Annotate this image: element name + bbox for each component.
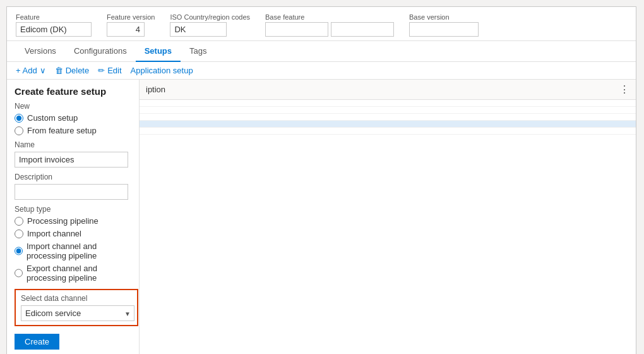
feature-version-field-group: Feature version [107,13,155,37]
radio-export-channel-processing-label: Export channel and processing pipeline [27,264,131,283]
radio-custom-setup[interactable]: Custom setup [15,113,131,123]
add-button[interactable]: + Add ∨ [16,66,46,75]
add-chevron-icon: ∨ [40,66,46,75]
new-section-label: New [15,102,131,111]
radio-import-channel[interactable]: Import channel [15,229,131,238]
tab-setups[interactable]: Setups [136,41,181,62]
description-column-header: iption [146,85,165,94]
table-row[interactable] [140,128,636,135]
delete-button[interactable]: 🗑 Delete [55,66,90,75]
edit-label: Edit [107,66,121,75]
table-header: iption ⋮ [140,80,636,100]
feature-version-input[interactable] [107,22,145,37]
create-feature-panel: Create feature setup New Custom setup Fr… [7,80,140,354]
description-input[interactable] [15,184,128,200]
radio-processing-pipeline[interactable]: Processing pipeline [15,216,131,226]
radio-import-channel-processing-input[interactable] [15,247,23,255]
name-label: Name [15,140,131,149]
new-radio-group: Custom setup From feature setup [15,113,131,135]
data-channel-box: Select data channel Edicom service Other… [15,289,138,326]
edit-button[interactable]: ✏ Edit [98,66,121,75]
radio-feature-label: From feature setup [27,126,97,135]
table-row[interactable] [140,107,636,114]
data-channel-select[interactable]: Edicom service Other service [21,305,134,321]
delete-icon: 🗑 [55,66,63,75]
feature-version-label: Feature version [107,13,155,21]
radio-feature-setup[interactable]: From feature setup [15,126,131,135]
table-row[interactable] [140,100,636,107]
iso-input[interactable] [170,22,227,37]
radio-import-channel-processing-label: Import channel and processing pipeline [27,241,131,260]
feature-input[interactable] [16,22,92,37]
main-content: Create feature setup New Custom setup Fr… [7,80,636,354]
panel-title: Create feature setup [15,86,131,97]
feature-label: Feature [16,13,92,21]
base-feature-input1[interactable] [265,22,328,37]
table-rows [140,100,636,135]
feature-field-group: Feature [16,13,92,37]
radio-export-channel-processing-input[interactable] [15,269,23,278]
create-button[interactable]: Create [15,334,59,350]
tab-tags[interactable]: Tags [181,41,215,62]
add-label: + Add [16,66,37,75]
radio-custom-input[interactable] [15,114,23,123]
radio-export-channel-processing[interactable]: Export channel and processing pipeline [15,264,131,283]
header-bar: Feature Feature version ISO Country/regi… [7,7,636,41]
app-setup-label: Application setup [131,66,193,75]
radio-import-channel-label: Import channel [27,229,81,238]
setup-type-label: Setup type [15,205,131,214]
table-area: iption ⋮ [140,80,636,354]
tab-versions[interactable]: Versions [16,41,65,62]
base-feature-input2[interactable] [331,22,394,37]
table-row-selected[interactable] [140,121,636,128]
radio-processing-label: Processing pipeline [27,216,98,226]
base-version-field-group: Base version [409,13,479,37]
data-channel-label: Select data channel [21,294,132,303]
base-feature-label: Base feature [265,13,394,21]
base-version-input[interactable] [409,22,479,37]
tab-configurations[interactable]: Configurations [65,41,136,62]
table-row[interactable] [140,114,636,121]
radio-import-channel-input[interactable] [15,229,23,238]
radio-processing-input[interactable] [15,217,23,226]
tabs-bar: Versions Configurations Setups Tags [7,41,636,62]
base-feature-field-group: Base feature [265,13,394,37]
data-channel-select-container: Edicom service Other service ▼ [21,305,134,321]
edit-icon: ✏ [98,66,105,75]
app-setup-button[interactable]: Application setup [131,66,193,75]
iso-label: ISO Country/region codes [170,13,250,21]
column-menu-icon[interactable]: ⋮ [619,83,629,95]
name-input[interactable] [15,152,128,168]
iso-field-group: ISO Country/region codes [170,13,250,37]
radio-import-channel-processing[interactable]: Import channel and processing pipeline [15,241,131,260]
description-label: Description [15,173,131,181]
base-version-label: Base version [409,13,479,21]
toolbar: + Add ∨ 🗑 Delete ✏ Edit Application setu… [7,62,636,80]
delete-label: Delete [66,66,90,75]
radio-custom-label: Custom setup [27,113,78,123]
setup-type-radio-group: Processing pipeline Import channel Impor… [15,216,131,283]
radio-feature-input[interactable] [15,126,23,135]
